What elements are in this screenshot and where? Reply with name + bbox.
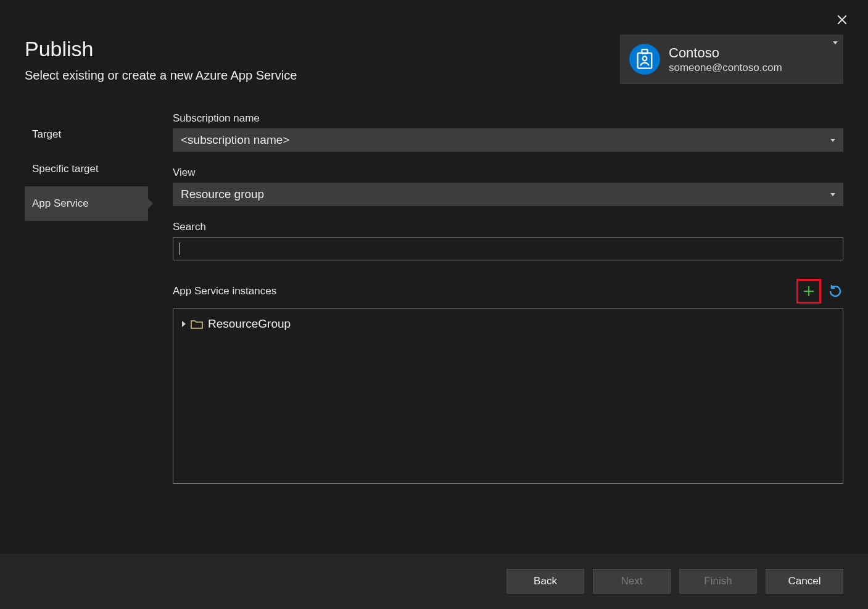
chevron-right-icon bbox=[182, 321, 186, 327]
account-switcher[interactable]: Contoso someone@contoso.com bbox=[620, 35, 843, 84]
refresh-icon bbox=[828, 284, 843, 299]
button-label: Back bbox=[534, 575, 557, 587]
folder-icon bbox=[191, 319, 203, 329]
chevron-down-icon bbox=[830, 139, 835, 142]
button-label: Finish bbox=[704, 575, 732, 587]
dialog-header: Publish Select existing or create a new … bbox=[0, 0, 868, 83]
instances-tree[interactable]: ResourceGroup bbox=[173, 309, 843, 484]
svg-rect-1 bbox=[642, 49, 647, 54]
button-label: Cancel bbox=[788, 575, 821, 587]
sidebar-item-app-service[interactable]: App Service bbox=[25, 186, 148, 221]
account-email: someone@contoso.com bbox=[669, 61, 782, 74]
sidebar-item-target[interactable]: Target bbox=[25, 117, 148, 152]
svg-point-2 bbox=[643, 56, 647, 60]
wizard-sidebar: Target Specific target App Service bbox=[25, 112, 148, 553]
search-input[interactable] bbox=[173, 237, 843, 260]
add-instance-button[interactable] bbox=[796, 279, 821, 304]
sidebar-item-label: App Service bbox=[32, 197, 89, 210]
chevron-down-icon bbox=[830, 193, 835, 196]
next-button: Next bbox=[593, 569, 671, 594]
plus-icon bbox=[803, 285, 815, 297]
instances-label: App Service instances bbox=[173, 285, 276, 297]
tree-item[interactable]: ResourceGroup bbox=[182, 315, 834, 333]
badge-icon bbox=[636, 49, 653, 70]
subscription-dropdown[interactable]: <subscription name> bbox=[173, 128, 843, 152]
dialog-footer: Back Next Finish Cancel bbox=[0, 553, 868, 609]
sidebar-item-specific-target[interactable]: Specific target bbox=[25, 152, 148, 186]
back-button[interactable]: Back bbox=[506, 569, 584, 594]
account-name: Contoso bbox=[669, 44, 782, 62]
subscription-value: <subscription name> bbox=[181, 133, 289, 147]
view-dropdown[interactable]: Resource group bbox=[173, 183, 843, 206]
avatar bbox=[629, 44, 660, 75]
tree-item-label: ResourceGroup bbox=[208, 317, 291, 331]
button-label: Next bbox=[621, 575, 643, 587]
text-cursor bbox=[180, 242, 180, 255]
subscription-label: Subscription name bbox=[173, 112, 843, 125]
sidebar-item-label: Specific target bbox=[32, 163, 99, 175]
search-label: Search bbox=[173, 221, 843, 233]
view-label: View bbox=[173, 167, 843, 179]
view-value: Resource group bbox=[181, 188, 264, 201]
chevron-down-icon bbox=[833, 41, 838, 44]
sidebar-item-label: Target bbox=[32, 128, 61, 141]
finish-button: Finish bbox=[679, 569, 757, 594]
refresh-button[interactable] bbox=[827, 283, 843, 299]
cancel-button[interactable]: Cancel bbox=[766, 569, 843, 594]
